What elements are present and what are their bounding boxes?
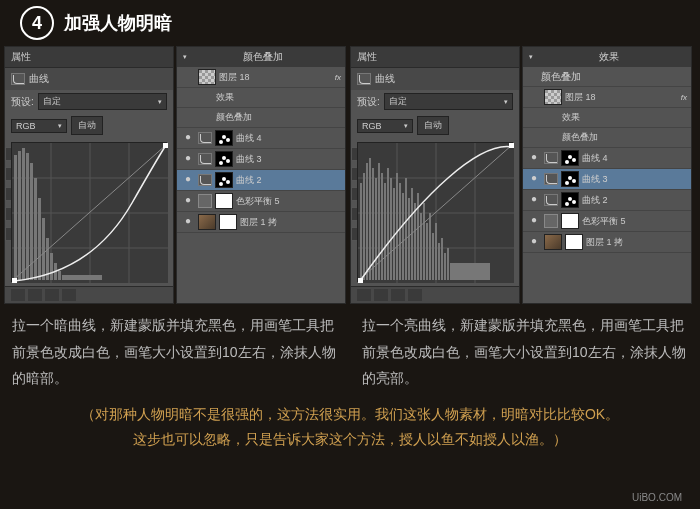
layer-row[interactable]: ●色彩平衡 5 xyxy=(523,211,691,232)
svg-rect-57 xyxy=(441,238,443,280)
layer-mask-thumbnail[interactable] xyxy=(561,192,579,208)
blend-mode[interactable]: 效果 xyxy=(599,50,619,64)
layer-mask-thumbnail[interactable] xyxy=(561,213,579,229)
curves-graph-bright[interactable] xyxy=(357,142,513,282)
curves-adjustment-icon xyxy=(198,132,212,144)
properties-tab[interactable]: 属性 xyxy=(351,47,519,68)
layer-row[interactable]: ●曲线 3 xyxy=(177,149,345,170)
layer-row[interactable]: 效果 xyxy=(523,108,691,128)
curves-icon xyxy=(357,73,371,85)
layer-row[interactable]: 颜色叠加 xyxy=(177,108,345,128)
svg-rect-45 xyxy=(405,178,407,280)
svg-rect-50 xyxy=(420,213,422,280)
svg-rect-21 xyxy=(12,278,17,283)
layers-panel-right: ▾效果 颜色叠加 图层 18fx效果颜色叠加●曲线 4●曲线 3●曲线 2●色彩… xyxy=(522,46,692,304)
layer-name: 图层 18 xyxy=(565,91,678,104)
visibility-icon[interactable] xyxy=(181,70,195,84)
layer-mask-thumbnail[interactable] xyxy=(219,214,237,230)
layer-row[interactable]: 颜色叠加 xyxy=(523,128,691,148)
layer-row[interactable]: ●曲线 4 xyxy=(523,148,691,169)
visibility-icon[interactable] xyxy=(199,111,213,125)
clip-icon[interactable] xyxy=(11,289,25,301)
visibility-icon[interactable] xyxy=(527,90,541,104)
svg-rect-55 xyxy=(435,223,437,280)
visibility-icon[interactable] xyxy=(545,111,559,125)
visibility-icon[interactable]: ● xyxy=(527,235,541,249)
reset-icon[interactable] xyxy=(391,289,405,301)
layer-name: 曲线 3 xyxy=(582,173,687,186)
properties-tab[interactable]: 属性 xyxy=(5,47,173,68)
layer-row[interactable]: ●色彩平衡 5 xyxy=(177,191,345,212)
visibility-icon[interactable]: ● xyxy=(527,193,541,207)
svg-rect-9 xyxy=(22,148,25,280)
blend-mode[interactable]: 颜色叠加 xyxy=(243,50,283,64)
visibility-icon[interactable]: ● xyxy=(181,215,195,229)
layer-thumbnail xyxy=(198,214,216,230)
visibility-icon[interactable]: ● xyxy=(527,172,541,186)
layer-row[interactable]: ●曲线 4 xyxy=(177,128,345,149)
visibility-icon[interactable] xyxy=(199,91,213,105)
fx-badge[interactable]: fx xyxy=(335,73,341,82)
layer-name: 颜色叠加 xyxy=(562,131,687,144)
adjustment-name: 曲线 xyxy=(375,72,395,86)
svg-rect-48 xyxy=(414,203,416,280)
svg-rect-14 xyxy=(42,218,45,280)
visibility-icon[interactable]: ● xyxy=(181,173,195,187)
layer-name: 图层 18 xyxy=(219,71,332,84)
preset-select[interactable]: 自定▾ xyxy=(38,93,167,110)
auto-button[interactable]: 自动 xyxy=(417,116,449,135)
fx-badge[interactable]: fx xyxy=(681,93,687,102)
clip-icon[interactable] xyxy=(357,289,371,301)
curves-graph-dark[interactable] xyxy=(11,142,167,282)
layer-mask-thumbnail[interactable] xyxy=(215,172,233,188)
visibility-icon[interactable]: ● xyxy=(181,194,195,208)
curves-adjustment-icon xyxy=(198,174,212,186)
layer-row[interactable]: 图层 18fx xyxy=(523,87,691,108)
layer-mask-thumbnail[interactable] xyxy=(215,151,233,167)
layer-mask-thumbnail[interactable] xyxy=(215,130,233,146)
view-icon[interactable] xyxy=(374,289,388,301)
curves-adjustment-icon xyxy=(544,194,558,206)
visibility-icon[interactable]: ● xyxy=(527,151,541,165)
layer-name: 曲线 4 xyxy=(582,152,687,165)
layer-mask-thumbnail[interactable] xyxy=(561,150,579,166)
layer-row[interactable]: ●图层 1 拷 xyxy=(177,212,345,233)
reset-icon[interactable] xyxy=(45,289,59,301)
curves-icon xyxy=(11,73,25,85)
layer-name: 色彩平衡 5 xyxy=(582,215,687,228)
channel-select[interactable]: RGB▾ xyxy=(357,119,413,133)
trash-icon[interactable] xyxy=(62,289,76,301)
layer-thumbnail xyxy=(544,234,562,250)
properties-panel-left: 属性 曲线 预设: 自定▾ RGB▾ 自动 xyxy=(4,46,174,304)
visibility-icon[interactable]: ● xyxy=(181,152,195,166)
svg-rect-44 xyxy=(402,193,404,280)
layer-mask-thumbnail[interactable] xyxy=(561,171,579,187)
svg-rect-12 xyxy=(34,178,37,280)
layer-row[interactable]: ●曲线 2 xyxy=(177,170,345,191)
step-title: 加强人物明暗 xyxy=(64,11,172,35)
channel-select[interactable]: RGB▾ xyxy=(11,119,67,133)
svg-rect-46 xyxy=(408,198,410,280)
visibility-icon[interactable]: ● xyxy=(527,214,541,228)
auto-button[interactable]: 自动 xyxy=(71,116,103,135)
svg-rect-10 xyxy=(26,153,29,280)
preset-select[interactable]: 自定▾ xyxy=(384,93,513,110)
svg-rect-54 xyxy=(432,233,434,280)
layer-mask-thumbnail[interactable] xyxy=(565,234,583,250)
layer-row[interactable]: ●曲线 3 xyxy=(523,169,691,190)
layer-row[interactable]: ●图层 1 拷 xyxy=(523,232,691,253)
step-number: 4 xyxy=(20,6,54,40)
layer-row[interactable]: 图层 18fx xyxy=(177,67,345,88)
layer-mask-thumbnail[interactable] xyxy=(215,193,233,209)
color-balance-icon xyxy=(198,194,212,208)
layer-row[interactable]: ●曲线 2 xyxy=(523,190,691,211)
view-icon[interactable] xyxy=(28,289,42,301)
svg-rect-43 xyxy=(399,183,401,280)
layer-row[interactable]: 效果 xyxy=(177,88,345,108)
layer-thumbnail xyxy=(544,89,562,105)
trash-icon[interactable] xyxy=(408,289,422,301)
visibility-icon[interactable]: ● xyxy=(181,131,195,145)
layer-name: 图层 1 拷 xyxy=(586,236,687,249)
visibility-icon[interactable] xyxy=(545,131,559,145)
svg-rect-13 xyxy=(38,198,41,280)
